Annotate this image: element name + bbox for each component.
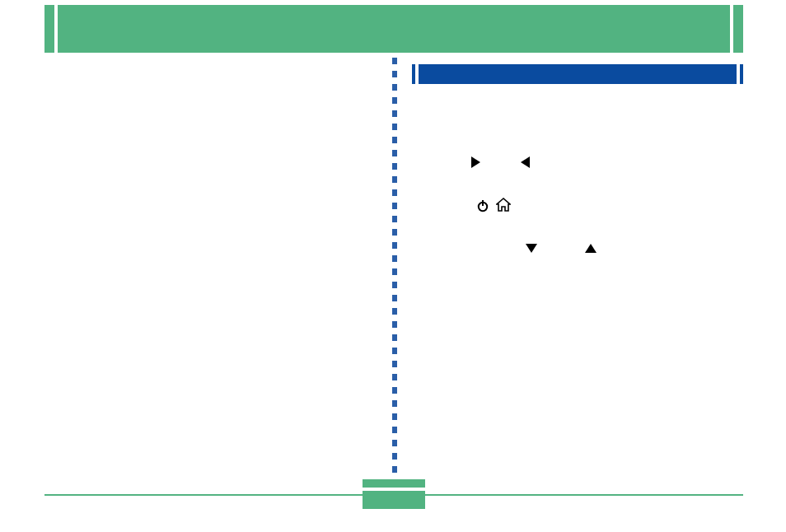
home-icon bbox=[496, 198, 511, 212]
arrow-up-icon bbox=[585, 244, 597, 253]
page-header-banner bbox=[44, 5, 743, 53]
page-number-badge bbox=[363, 479, 425, 509]
svg-marker-2 bbox=[497, 198, 510, 211]
arrow-right-icon bbox=[471, 156, 480, 168]
power-icon bbox=[476, 199, 489, 212]
section-header-banner bbox=[412, 64, 743, 84]
page-footer bbox=[44, 489, 743, 517]
arrow-down-icon bbox=[526, 244, 537, 253]
arrow-left-icon bbox=[521, 156, 530, 168]
vertical-divider bbox=[392, 58, 397, 486]
